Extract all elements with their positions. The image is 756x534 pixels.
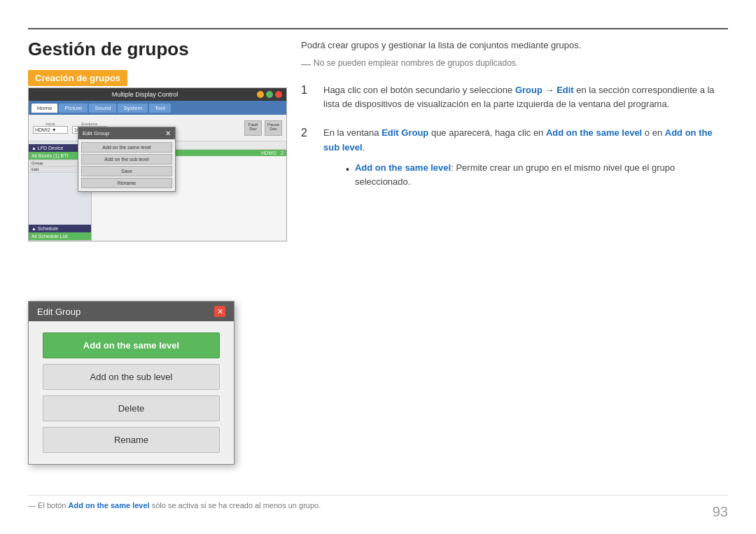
- egd-title: Edit Group: [37, 307, 80, 317]
- toolbar-input-value: HDMI2 ▼: [33, 126, 68, 134]
- section-badge: Creación de grupos: [28, 70, 127, 86]
- egd-titlebar: Edit Group ✕: [29, 302, 234, 321]
- mdc-tab-tool: Tool: [149, 104, 171, 113]
- step-2-edit-group: Edit Group: [382, 127, 428, 138]
- intro-text: Podrá crear grupos y gestionar la lista …: [301, 38, 728, 52]
- page-title: Gestión de grupos: [28, 38, 189, 60]
- toolbar-input: Input HDMI2 ▼: [33, 122, 68, 134]
- step-2-number: 2: [301, 127, 315, 139]
- mdc-maximize: [266, 91, 273, 98]
- step-1-highlight-group: Group: [515, 85, 542, 95]
- eg-btn-same: Add on the same level: [81, 142, 172, 153]
- step-1-text: Haga clic con el botón secundario y sele…: [323, 83, 728, 113]
- bottom-note-before: El botón: [38, 501, 68, 510]
- fault-device-icon: FaultDev: [244, 120, 262, 136]
- egd-btn-rename[interactable]: Rename: [43, 427, 220, 453]
- note-dash: —: [301, 58, 311, 69]
- egd-close-button[interactable]: ✕: [214, 306, 225, 317]
- edit-group-overlay-buttons: Add on the same level Add on the sub lev…: [78, 139, 175, 191]
- step-2-text: En la ventana Edit Group que aparecerá, …: [323, 126, 728, 155]
- egd-btn-same-level[interactable]: Add on the same level: [43, 332, 220, 358]
- bottom-note-dash: —: [28, 501, 38, 510]
- screenshot-mockup: Multiple Display Control Home Picture So…: [28, 87, 287, 241]
- row-num: 2: [281, 150, 284, 155]
- eg-btn-save: Save: [81, 166, 172, 176]
- edit-group-overlay-title: Edit Group ✕: [78, 127, 175, 139]
- edit-group-overlay-close: ✕: [165, 129, 171, 137]
- bullet-text: Add on the same level: Permite crear un …: [355, 161, 728, 190]
- egd-btn-delete[interactable]: Delete: [43, 395, 220, 421]
- mdc-tab-system: System: [118, 104, 148, 113]
- mdc-title: Multiple Display Control: [33, 91, 257, 98]
- row-input: HDMI2: [261, 150, 276, 155]
- mdc-tab-sound: Sound: [89, 104, 116, 113]
- step-1-number: 1: [301, 84, 315, 97]
- note-text: — No se pueden emplear nombres de grupos…: [301, 58, 728, 69]
- eg-btn-rename: Rename: [81, 178, 172, 188]
- mdc-tab-home: Home: [31, 104, 57, 113]
- mdc-tabs: Home Picture Sound System Tool: [29, 101, 286, 115]
- page-number: 93: [713, 504, 728, 520]
- bullet-block: • Add on the same level: Permite crear u…: [346, 161, 728, 190]
- bottom-note: — El botón Add on the same level sólo se…: [28, 495, 728, 510]
- edit-group-overlay: Edit Group ✕ Add on the same level Add o…: [78, 127, 176, 192]
- step-2-content: En la ventana Edit Group que aparecerá, …: [323, 126, 728, 190]
- bullet-highlight: Add on the same level: [355, 162, 451, 173]
- bottom-note-after: sólo se activa si se ha creado al menos …: [152, 501, 321, 510]
- mdc-minimize: [257, 91, 264, 98]
- bottom-note-highlight: Add on the same level: [68, 501, 149, 510]
- egd-btn-sub-level[interactable]: Add on the sub level: [43, 364, 220, 390]
- mdc-window-controls: [257, 91, 282, 98]
- eg-btn-sub: Add on the sub level: [81, 154, 172, 164]
- egd-body: Add on the same level Add on the sub lev…: [29, 321, 234, 464]
- step-1-highlight-edit: Edit: [556, 85, 574, 95]
- mdc-tab-picture: Picture: [59, 104, 88, 113]
- bullet-item: • Add on the same level: Permite crear u…: [346, 161, 728, 190]
- bullet-dot: •: [346, 162, 349, 177]
- mdc-titlebar: Multiple Display Control: [29, 88, 286, 101]
- toolbar-device-icons: FaultDev PauseDev: [244, 120, 282, 136]
- edit-group-overlay-label: Edit Group: [83, 130, 109, 136]
- top-divider: [28, 28, 728, 29]
- mdc-section-schedule: ▲ Schedule: [29, 225, 91, 232]
- pause-device-icon: PauseDev: [265, 120, 282, 136]
- step-2-block: 2 En la ventana Edit Group que aparecerá…: [301, 126, 728, 190]
- note-content: No se pueden emplear nombres de grupos d…: [314, 58, 518, 68]
- edit-group-dialog: Edit Group ✕ Add on the same level Add o…: [28, 301, 234, 465]
- step-2-same-level: Add on the same level: [546, 127, 642, 138]
- mdc-sidebar-schedule: All Schedule List: [29, 232, 91, 241]
- mdc-close: [275, 91, 282, 98]
- step-1-block: 1 Haga clic con el botón secundario y se…: [301, 83, 728, 113]
- right-content: Podrá crear grupos y gestionar la lista …: [301, 38, 728, 204]
